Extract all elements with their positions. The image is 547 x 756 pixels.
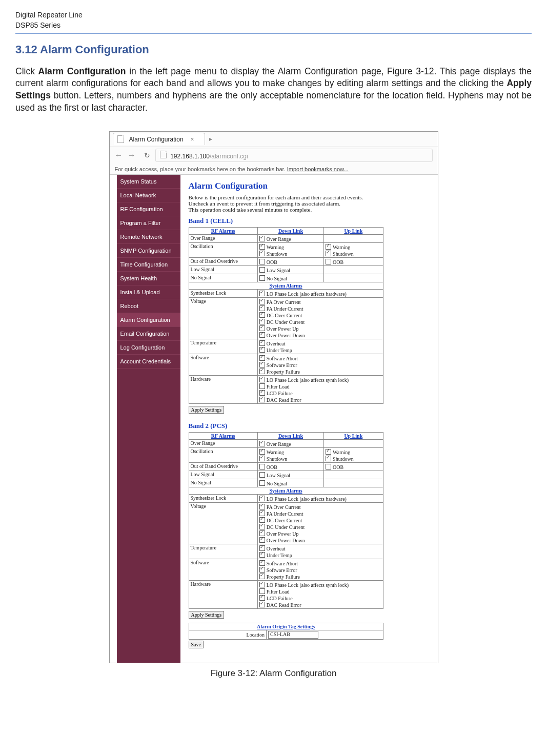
checkbox[interactable] xyxy=(259,574,265,579)
checkbox[interactable] xyxy=(259,305,265,311)
forward-button[interactable]: → xyxy=(128,151,136,159)
checkbox[interactable] xyxy=(259,369,265,374)
checkbox[interactable] xyxy=(259,244,265,250)
tab-close-icon[interactable]: × xyxy=(191,136,194,143)
checkbox[interactable] xyxy=(326,259,331,264)
checkbox[interactable] xyxy=(259,504,265,509)
checkbox[interactable] xyxy=(259,325,265,331)
checkbox[interactable] xyxy=(259,275,265,281)
sidebar-item[interactable]: SNMP Configuration xyxy=(117,244,180,258)
checkbox[interactable] xyxy=(259,545,265,551)
checkbox[interactable] xyxy=(259,602,265,607)
checkbox[interactable] xyxy=(326,456,331,461)
checkbox[interactable] xyxy=(259,582,265,587)
back-button[interactable]: ← xyxy=(115,151,123,159)
checkbox[interactable] xyxy=(259,537,265,543)
browser-tab[interactable]: Alarm Configuration × xyxy=(113,133,205,145)
checkbox[interactable] xyxy=(259,496,265,501)
checkbox[interactable] xyxy=(259,377,265,382)
checkbox[interactable] xyxy=(259,319,265,324)
checkbox[interactable] xyxy=(326,251,331,256)
rf-alarm-name: Over Range xyxy=(189,440,257,448)
checkbox[interactable] xyxy=(259,595,265,601)
checkbox[interactable] xyxy=(326,244,331,250)
checkbox[interactable] xyxy=(259,267,265,273)
rf-alarm-name: Over Range xyxy=(189,235,257,243)
rf-alarm-row: OscillationWarningShutdownWarningShutdow… xyxy=(189,243,383,258)
sidebar-item[interactable]: Install & Upload xyxy=(117,285,180,299)
location-input[interactable]: CSI-LAB xyxy=(268,631,318,639)
sidebar-item[interactable]: RF Configuration xyxy=(117,202,180,216)
checkbox[interactable] xyxy=(259,397,265,402)
rf-alarm-row: Over RangeOver Range xyxy=(189,440,383,448)
checkbox[interactable] xyxy=(326,449,331,455)
alarm-origin-table: Alarm Origin Tag Settings Location CSI-L… xyxy=(189,623,383,640)
checkbox[interactable] xyxy=(259,383,265,389)
checkbox[interactable] xyxy=(259,340,265,346)
checkbox[interactable] xyxy=(259,299,265,304)
rf-alarm-name: Oscillation xyxy=(189,243,257,258)
checkbox[interactable] xyxy=(259,472,265,478)
rf-alarm-row: Out of Band OverdriveOOBOOB xyxy=(189,258,383,266)
sidebar-item[interactable]: Email Configuration xyxy=(117,327,180,341)
checkbox[interactable] xyxy=(259,456,265,461)
checkbox[interactable] xyxy=(259,560,265,566)
figure-caption: Figure 3-12: Alarm Configuration xyxy=(15,668,532,679)
checkbox[interactable] xyxy=(259,441,265,446)
sidebar-item[interactable]: System Health xyxy=(117,272,180,285)
sidebar-item[interactable]: Local Network xyxy=(117,189,180,202)
checkbox[interactable] xyxy=(259,530,265,536)
checkbox[interactable] xyxy=(259,355,265,361)
checkbox[interactable] xyxy=(259,510,265,516)
origin-field-label: Location xyxy=(189,630,267,640)
rf-dl-cell: Over Range xyxy=(257,440,323,448)
rf-alarm-row: No SignalNo Signal xyxy=(189,274,383,282)
checkbox[interactable] xyxy=(259,390,265,396)
content-intro: Below is the present configuration for e… xyxy=(189,194,433,213)
apply-settings-button-2[interactable]: Apply Settings xyxy=(189,611,225,619)
checkbox[interactable] xyxy=(259,464,265,469)
checkbox[interactable] xyxy=(259,251,265,256)
sidebar-item[interactable]: Alarm Configuration xyxy=(117,313,180,327)
rf-alarm-name: Low Signal xyxy=(189,266,257,274)
bm-import-link[interactable]: Import bookmarks now... xyxy=(287,166,349,172)
origin-value-cell: CSI-LAB xyxy=(267,630,383,640)
checkbox[interactable] xyxy=(259,312,265,318)
checkbox[interactable] xyxy=(259,332,265,338)
checkbox[interactable] xyxy=(259,588,265,594)
rf-ul-cell xyxy=(324,266,383,274)
checkbox[interactable] xyxy=(326,464,331,469)
checkbox[interactable] xyxy=(259,347,265,353)
checkbox[interactable] xyxy=(259,552,265,558)
checkbox[interactable] xyxy=(259,524,265,529)
sidebar-item[interactable]: System Status xyxy=(117,175,180,189)
sys-alarm-name: Software xyxy=(189,559,257,581)
sidebar-item[interactable]: Reboot xyxy=(117,299,180,313)
address-bar[interactable]: 192.168.1.100/alarmconf.cgi xyxy=(155,149,433,162)
sidebar-item[interactable]: Program a Filter xyxy=(117,216,180,230)
apply-settings-button-1[interactable]: Apply Settings xyxy=(189,406,225,414)
checkbox[interactable] xyxy=(259,259,265,264)
sidebar-item[interactable]: Account Credentials xyxy=(117,355,180,369)
checkbox[interactable] xyxy=(259,449,265,455)
checkbox[interactable] xyxy=(259,236,265,241)
sidebar-item[interactable]: Remote Network xyxy=(117,230,180,244)
sidebar-item[interactable]: Time Configuration xyxy=(117,258,180,272)
checkbox[interactable] xyxy=(259,567,265,573)
checkbox[interactable] xyxy=(259,291,265,296)
rf-ul-cell: OOB xyxy=(324,258,383,266)
sys-alarm-row: SoftwareSoftware AbortSoftware ErrorProp… xyxy=(189,559,383,581)
sys-alarm-name: Synthesizer Lock xyxy=(189,290,257,298)
rf-alarm-row: OscillationWarningShutdownWarningShutdow… xyxy=(189,448,383,463)
system-alarms-header: System Alarms xyxy=(189,487,383,495)
save-button[interactable]: Save xyxy=(189,641,204,648)
checkbox[interactable] xyxy=(259,480,265,486)
checkbox[interactable] xyxy=(259,362,265,367)
sys-alarm-items: Software AbortSoftware ErrorProperty Fai… xyxy=(257,354,383,376)
new-tab-button[interactable]: ▸ xyxy=(209,135,212,142)
reload-button[interactable]: ↻ xyxy=(144,151,150,159)
sidebar-item[interactable]: Log Configuration xyxy=(117,341,180,355)
origin-title-cell: Alarm Origin Tag Settings xyxy=(189,623,383,630)
body-bold-1: Alarm Configuration xyxy=(38,66,126,76)
checkbox[interactable] xyxy=(259,517,265,523)
